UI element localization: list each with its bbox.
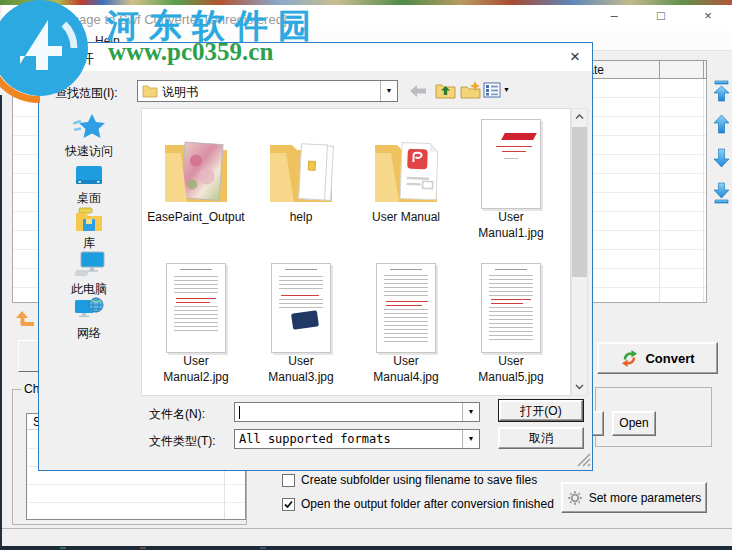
- menu-file[interactable]: File: [10, 34, 29, 48]
- sidebar-label-network: 网络: [56, 325, 122, 342]
- gear-icon: [567, 490, 583, 506]
- libraries-folder-icon: [75, 221, 103, 235]
- file-label-line1: User: [146, 353, 246, 369]
- file-label-line1: User: [461, 209, 561, 225]
- text-caret: [239, 406, 240, 419]
- image-cover-thumbnail: [461, 115, 561, 209]
- column-header-file[interactable]: File: [18, 63, 37, 77]
- move-down-button[interactable]: [712, 147, 731, 169]
- scroll-down-icon[interactable]: [572, 379, 587, 395]
- desktop-monitor-icon: [75, 176, 103, 190]
- this-pc-icon: [73, 267, 105, 281]
- close-button[interactable]: ×: [691, 5, 725, 27]
- filename-combobox[interactable]: ▼: [234, 402, 480, 422]
- folder-pdf-icon: [356, 115, 456, 209]
- image-doc-card-thumbnail: [251, 259, 351, 353]
- option-create-subfolder[interactable]: Create subfolder using filename to save …: [282, 473, 537, 487]
- file-item-easepaint-output[interactable]: EasePaint_Output: [146, 115, 246, 225]
- sidebar-label-desktop: 桌面: [56, 190, 122, 207]
- file-label-line1: User: [461, 353, 561, 369]
- file-item-user-manual[interactable]: User Manual: [356, 115, 456, 225]
- scrollbar-thumb[interactable]: [572, 127, 587, 277]
- dialog-cancel-button[interactable]: 取消: [498, 427, 584, 449]
- file-item-user-manual2[interactable]: User Manual2.jpg: [146, 259, 246, 385]
- filename-input[interactable]: [238, 404, 456, 420]
- set-more-parameters-button[interactable]: Set more parameters: [561, 482, 707, 513]
- filename-label: 文件名(N):: [149, 406, 205, 423]
- file-label-line2: Manual4.jpg: [356, 369, 456, 385]
- sidebar-label-libraries: 库: [56, 235, 122, 252]
- image-doc-toc-thumbnail: [461, 259, 561, 353]
- open-output-folder-checkbox[interactable]: [282, 498, 295, 511]
- look-in-dropdown-icon[interactable]: ▼: [380, 81, 397, 101]
- minimize-button[interactable]: –: [597, 5, 631, 27]
- file-label: EasePaint_Output: [146, 209, 246, 225]
- file-item-help[interactable]: help: [251, 115, 351, 225]
- option-open-output-folder[interactable]: Open the output folder after conversion …: [282, 497, 554, 511]
- set-more-parameters-label: Set more parameters: [589, 491, 702, 505]
- desktop-left-edge: [0, 95, 2, 550]
- open-file-dialog: 打开 × 查找范围(I): 说明书 ▼ ▼ 快速访问 桌面 库: [38, 42, 593, 471]
- sidebar-item-desktop[interactable]: 桌面: [56, 165, 122, 207]
- file-browser-scrollbar[interactable]: [571, 108, 588, 396]
- file-label: User Manual: [356, 209, 456, 225]
- create-subfolder-checkbox[interactable]: [282, 474, 295, 487]
- view-menu-icon[interactable]: [483, 82, 501, 101]
- new-folder-icon[interactable]: [460, 81, 481, 102]
- file-label-line2: Manual2.jpg: [146, 369, 246, 385]
- resize-grip[interactable]: [575, 451, 591, 467]
- move-to-top-button[interactable]: [712, 80, 731, 102]
- sidebar-item-libraries[interactable]: 库: [56, 207, 122, 252]
- add-files-arrow-icon[interactable]: [13, 309, 37, 334]
- file-label-line1: User: [251, 353, 351, 369]
- folder-icon: [142, 84, 158, 101]
- dialog-close-icon[interactable]: ×: [561, 45, 589, 69]
- folder-image-icon: [146, 115, 246, 209]
- file-label-line2: Manual3.jpg: [251, 369, 351, 385]
- dialog-icon: [48, 52, 63, 70]
- look-in-value: 说明书: [162, 84, 198, 101]
- scroll-up-icon[interactable]: [572, 109, 587, 125]
- file-label-line2: Manual1.jpg: [461, 225, 561, 241]
- file-label: help: [251, 209, 351, 225]
- open-output-button[interactable]: Open: [612, 411, 656, 436]
- file-item-user-manual5[interactable]: User Manual5.jpg: [461, 259, 561, 385]
- sidebar-item-network[interactable]: 网络: [56, 296, 122, 342]
- move-to-bottom-button[interactable]: [712, 182, 731, 204]
- filetype-dropdown-icon[interactable]: ▼: [462, 430, 479, 448]
- folder-doc-icon: [251, 115, 351, 209]
- convert-button[interactable]: Convert: [597, 342, 718, 374]
- app-icon: [9, 9, 26, 29]
- create-subfolder-label: Create subfolder using filename to save …: [301, 473, 537, 487]
- convert-button-label: Convert: [645, 351, 694, 366]
- sidebar-item-quick-access[interactable]: 快速访问: [56, 113, 122, 160]
- convert-icon: [620, 349, 639, 368]
- image-doc-toc-thumbnail: [356, 259, 456, 353]
- status-bar: [2, 529, 732, 546]
- up-one-level-icon[interactable]: [435, 81, 456, 102]
- dialog-open-button[interactable]: 打开(O): [498, 399, 584, 422]
- image-doc-thumbnail: [146, 259, 246, 353]
- sidebar-label-quick-access: 快速访问: [56, 143, 122, 160]
- quick-access-star-icon: [72, 129, 106, 143]
- filetype-combobox[interactable]: All supported formats ▼: [234, 429, 480, 449]
- file-item-user-manual3[interactable]: User Manual3.jpg: [251, 259, 351, 385]
- look-in-combobox[interactable]: 说明书 ▼: [137, 80, 398, 102]
- maximize-button[interactable]: □: [644, 5, 678, 27]
- filename-dropdown-icon[interactable]: ▼: [462, 403, 479, 421]
- dialog-titlebar: [39, 43, 592, 71]
- look-in-label: 查找范围(I):: [55, 85, 118, 102]
- sidebar-item-this-pc[interactable]: 此电脑: [56, 251, 122, 298]
- dialog-title: 打开: [68, 50, 94, 68]
- move-up-button[interactable]: [712, 113, 731, 135]
- taskbar-strip: [0, 546, 732, 550]
- filetype-label: 文件类型(T):: [149, 433, 216, 450]
- file-label-line2: Manual5.jpg: [461, 369, 561, 385]
- back-icon[interactable]: [409, 84, 427, 101]
- app-title: Okdo Image to Swf Converter [Unregistere…: [30, 12, 287, 27]
- file-item-user-manual1[interactable]: User Manual1.jpg: [461, 115, 561, 241]
- filetype-value: All supported formats: [239, 432, 391, 446]
- file-label-line1: User: [356, 353, 456, 369]
- view-menu-dropdown-icon[interactable]: ▼: [503, 86, 510, 93]
- file-item-user-manual4[interactable]: User Manual4.jpg: [356, 259, 456, 385]
